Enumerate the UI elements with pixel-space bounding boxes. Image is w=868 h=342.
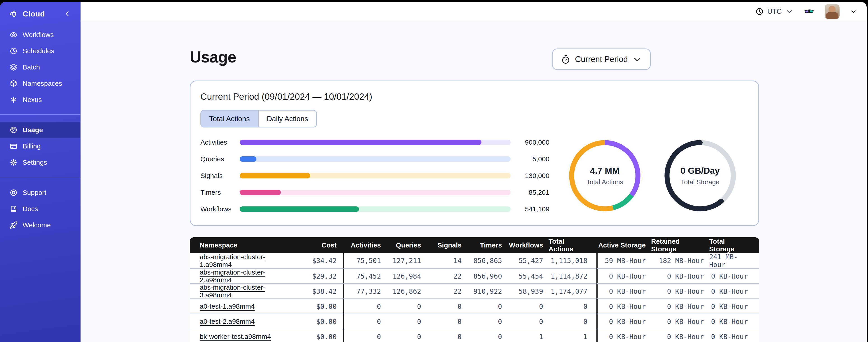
timezone-label: UTC [767, 7, 782, 15]
sidebar-item-workflows[interactable]: Workflows [0, 27, 80, 43]
bar-label: Workflows [200, 205, 240, 213]
table-cell: 0 [549, 299, 596, 314]
brand-label: Cloud [23, 9, 45, 18]
sidebar-item-settings[interactable]: Settings [0, 154, 80, 171]
chevron-left-icon [63, 10, 72, 18]
avatar-head [829, 6, 836, 13]
table-cell: $0.00 [289, 329, 343, 342]
column-header-activities: Activities [343, 237, 386, 253]
sidebar-item-welcome[interactable]: Welcome [0, 217, 80, 233]
namespace-link[interactable]: abs-migration-cluster-1.a98mm4 [200, 253, 284, 269]
chevron-down-icon [632, 55, 642, 64]
sidebar-item-label: Namespaces [23, 80, 62, 87]
sidebar-item-usage[interactable]: Usage [0, 122, 80, 138]
bar-row-activities: Activities900,000 [200, 138, 550, 146]
column-header-signals: Signals [427, 237, 467, 253]
namespace-link[interactable]: bk-worker-test.a98mm4 [200, 333, 271, 340]
sidebar-item-label: Batch [23, 63, 40, 71]
namespace-cell: a0-test-2.a98mm4 [190, 314, 289, 329]
table-cell: 126,984 [386, 268, 427, 283]
app-window: Cloud WorkflowsSchedulesBatchNamespacesN… [0, 2, 867, 342]
column-header-queries: Queries [386, 237, 427, 253]
bar-fill [240, 140, 482, 145]
namespace-link[interactable]: a0-test-2.a98mm4 [200, 318, 255, 325]
period-selector-label: Current Period [575, 55, 628, 64]
donut-value: 4.7 MM [590, 166, 619, 176]
support-icon [9, 189, 18, 197]
bar-label: Queries [200, 155, 240, 163]
sidebar-item-schedules[interactable]: Schedules [0, 43, 80, 59]
sidebar-collapse-button[interactable] [63, 10, 72, 18]
bar-value: 85,201 [510, 189, 550, 196]
sidebar-item-label: Support [23, 189, 46, 197]
bar-value: 5,000 [510, 155, 550, 163]
column-header-namespace: Namespace [190, 237, 289, 253]
table-cell: 0 [386, 299, 427, 314]
timer-icon [561, 55, 570, 64]
sidebar-item-batch[interactable]: Batch [0, 59, 80, 75]
table-cell: 0 KB-Hour [651, 283, 709, 299]
table-cell: 0 KB-Hour [651, 314, 709, 329]
table-cell: 0 [386, 329, 427, 342]
sidebar-logo-row: Cloud [0, 2, 80, 26]
table-cell: 0 [343, 299, 386, 314]
actions-bar-chart: Activities900,000Queries5,000Signals130,… [200, 138, 550, 213]
table-cell: 0 [427, 314, 467, 329]
column-header-workflows: Workflows [507, 237, 549, 253]
sidebar-item-label: Schedules [23, 47, 54, 55]
sidebar-item-namespaces[interactable]: Namespaces [0, 75, 80, 92]
table-cell: 0 KB-Hour [596, 314, 651, 329]
donut-total-storage: 0 GB/DayTotal Storage [660, 136, 740, 215]
sidebar-item-label: Docs [23, 205, 38, 213]
table-cell: 59 MB-Hour [596, 253, 651, 268]
bar-value: 900,000 [510, 138, 550, 146]
timezone-selector[interactable]: UTC [755, 7, 794, 15]
table-cell: 0 [386, 314, 427, 329]
feedback-button[interactable] [804, 6, 814, 17]
bar-track [240, 173, 510, 178]
table-cell: 910,922 [467, 283, 507, 299]
table-cell: 0 [507, 299, 549, 314]
table-cell: 0 KB-Hour [596, 283, 651, 299]
bar-label: Signals [200, 172, 240, 179]
user-menu-button[interactable] [850, 8, 857, 15]
table-cell: 0 KB-Hour [651, 268, 709, 283]
bar-fill [240, 173, 310, 178]
namespace-usage-table: NamespaceCostActivitiesQueriesSignalsTim… [190, 237, 759, 342]
avatar[interactable] [825, 4, 840, 19]
sidebar-item-label: Settings [23, 159, 47, 166]
table-cell: 1,174,077 [549, 283, 596, 299]
table-cell: 0 [343, 329, 386, 342]
column-header-total-storage: Total Storage [709, 237, 759, 253]
sidebar-item-nexus[interactable]: Nexus [0, 92, 80, 108]
namespace-link[interactable]: abs-migration-cluster-3.a98mm4 [200, 283, 284, 299]
bar-row-queries: Queries5,000 [200, 155, 550, 163]
bar-row-timers: Timers85,201 [200, 189, 550, 196]
table-cell: 0 KB-Hour [651, 299, 709, 314]
table-cell: 22 [427, 283, 467, 299]
table-cell: 55,454 [507, 268, 549, 283]
bar-track [240, 206, 510, 212]
namespace-link[interactable]: a0-test-1.a98mm4 [200, 303, 255, 310]
sidebar-item-billing[interactable]: Billing [0, 138, 80, 154]
bar-fill [240, 206, 359, 212]
period-selector-button[interactable]: Current Period [552, 48, 651, 70]
sidebar-item-support[interactable]: Support [0, 184, 80, 201]
sidebar-group: WorkflowsSchedulesBatchNamespacesNexus [0, 26, 80, 109]
namespace-link[interactable]: abs-migration-cluster-2.a98mm4 [200, 269, 284, 284]
table-cell: 0 KB-Hour [596, 299, 651, 314]
tab-daily-actions[interactable]: Daily Actions [258, 110, 316, 127]
column-header-timers: Timers [467, 237, 507, 253]
tab-total-actions[interactable]: Total Actions [201, 110, 258, 127]
namespace-cell: abs-migration-cluster-2.a98mm4 [190, 268, 289, 283]
bar-label: Timers [200, 189, 240, 196]
avatar-body [826, 12, 838, 19]
table-cell: 0 [427, 329, 467, 342]
donut-label: Total Storage [681, 178, 719, 186]
table-cell: 0 [467, 299, 507, 314]
column-header-cost: Cost [289, 237, 343, 253]
sidebar-item-docs[interactable]: Docs [0, 201, 80, 217]
sidebar-divider [0, 114, 80, 114]
table-cell: 182 MB-Hour [651, 253, 709, 268]
table-cell: 1,114,872 [549, 268, 596, 283]
